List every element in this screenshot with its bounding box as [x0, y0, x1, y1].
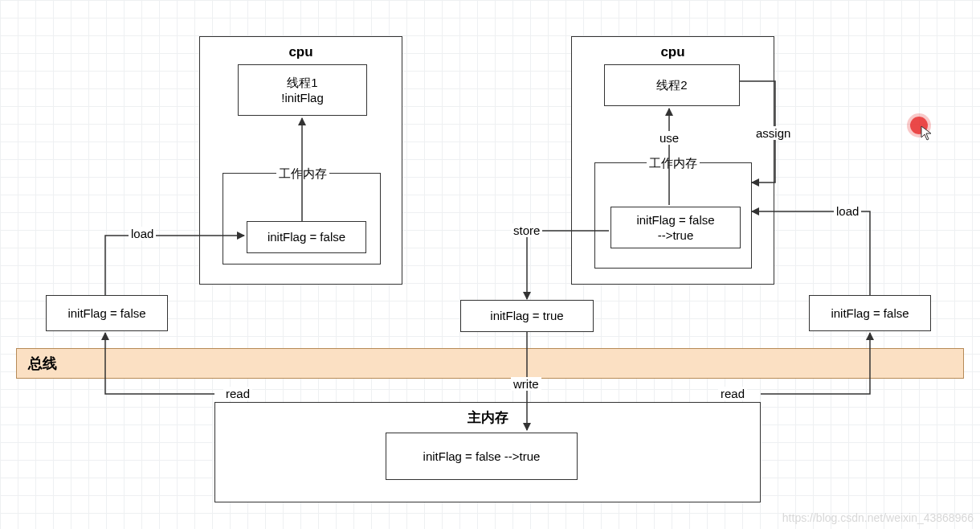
edge-load-right: load: [834, 204, 861, 218]
cpu2-thread: 线程2: [604, 64, 740, 106]
cpu1-title: cpu: [200, 43, 402, 61]
edge-store: store: [511, 223, 542, 237]
cpu2-var: initFlag = false -->true: [610, 207, 741, 248]
cpu1-var: initFlag = false: [247, 221, 366, 253]
cursor-icon: [921, 125, 933, 141]
cpu2-title: cpu: [572, 43, 774, 61]
snapshot-center: initFlag = true: [460, 300, 594, 332]
cpu1-workmem-label: 工作内存: [276, 166, 329, 182]
snapshot-left: initFlag = false: [46, 295, 168, 331]
snapshot-right-text: initFlag = false: [831, 306, 909, 322]
edge-read-right: read: [718, 387, 747, 400]
edge-read-left: read: [223, 387, 252, 400]
cpu1-thread: 线程1 !initFlag: [238, 64, 367, 116]
cpu1-thread-line2: !initFlag: [281, 90, 324, 106]
cpu2-thread-text: 线程2: [656, 77, 687, 93]
main-mem-var: initFlag = false -->true: [386, 433, 578, 480]
edge-assign: assign: [753, 126, 793, 140]
cpu2-var-line1: initFlag = false: [636, 212, 714, 228]
bus-bar: [16, 348, 964, 379]
main-mem-var-text: initFlag = false -->true: [423, 449, 541, 465]
cpu2-var-line2: -->true: [658, 228, 694, 244]
edge-write: write: [511, 377, 541, 391]
watermark: https://blog.csdn.net/weixin_43868966: [782, 511, 974, 524]
snapshot-right: initFlag = false: [809, 295, 931, 331]
snapshot-center-text: initFlag = true: [490, 308, 563, 324]
cpu1-var-text: initFlag = false: [267, 229, 345, 245]
cpu2-workmem-label: 工作内存: [647, 156, 700, 171]
cpu1-thread-line1: 线程1: [287, 75, 317, 91]
snapshot-left-text: initFlag = false: [67, 306, 145, 322]
edge-use: use: [657, 131, 681, 145]
bus-label: 总线: [28, 354, 57, 373]
main-mem-title: 主内存: [215, 409, 760, 427]
edge-load-left: load: [129, 227, 156, 240]
